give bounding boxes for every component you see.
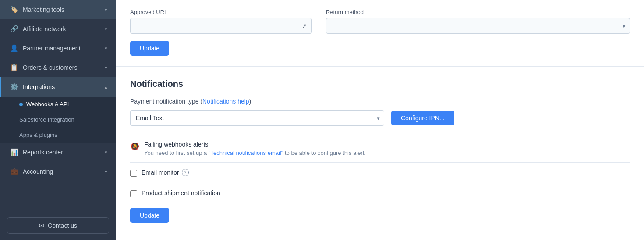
email-monitor-row: Email monitor ? (130, 163, 630, 183)
technical-notifications-link[interactable]: "Technical notifications email" (209, 150, 283, 156)
sub-item-label: Salesforce integration (19, 116, 74, 123)
sidebar: 🏷️ Marketing tools ▾ 🔗 Affiliate network… (0, 0, 116, 240)
product-shipment-checkbox[interactable] (130, 190, 137, 197)
contact-us-section: ✉ Contact us (0, 211, 116, 240)
partner-management-icon: 👤 (10, 44, 18, 52)
affiliate-network-icon: 🔗 (10, 25, 18, 33)
notification-type-row: Email Text IPN Both Configure IPN... (130, 110, 630, 126)
sidebar-item-marketing-tools[interactable]: 🏷️ Marketing tools ▾ (0, 0, 116, 19)
payment-notification-row: Payment notification type (Notifications… (130, 98, 630, 105)
failing-webhooks-title: Failing webhooks alerts (144, 141, 366, 148)
notifications-title: Notifications (130, 79, 630, 89)
update-button-2[interactable]: Update (130, 208, 169, 223)
email-monitor-checkbox[interactable] (130, 170, 137, 177)
chevron-down-icon: ▾ (105, 150, 107, 155)
notifications-help-link[interactable]: Notifications help (202, 98, 249, 105)
orders-icon: 📋 (10, 64, 18, 72)
sub-item-label: Apps & plugins (19, 132, 57, 138)
url-input-wrap: ↗ (130, 18, 312, 34)
sidebar-item-affiliate-network[interactable]: 🔗 Affiliate network ▾ (0, 19, 116, 39)
chevron-down-icon: ▾ (105, 7, 107, 13)
return-method-group: Return method Redirect POST (326, 9, 630, 34)
configure-ipn-button[interactable]: Configure IPN... (391, 111, 454, 125)
mail-icon: ✉ (39, 222, 44, 229)
product-shipment-content: Product shipment notification (142, 190, 220, 197)
approved-url-group: Approved URL ↗ (130, 9, 312, 34)
sidebar-item-apps-plugins[interactable]: Apps & plugins (0, 127, 116, 143)
contact-us-button[interactable]: ✉ Contact us (7, 217, 109, 234)
return-method-select[interactable]: Redirect POST (326, 18, 630, 34)
sidebar-item-label: Reports center (23, 149, 63, 156)
email-monitor-content: Email monitor ? (142, 169, 189, 176)
return-method-label: Return method (326, 9, 630, 15)
product-shipment-title: Product shipment notification (142, 190, 220, 197)
sidebar-item-label: Marketing tools (23, 6, 64, 13)
notifications-section: Notifications Payment notification type … (116, 67, 644, 235)
external-link-icon: ↗ (302, 22, 307, 29)
email-monitor-title: Email monitor ? (142, 169, 189, 176)
chevron-down-icon: ▾ (105, 26, 107, 32)
chevron-up-icon: ▴ (105, 84, 107, 90)
sidebar-item-label: Partner management (23, 45, 81, 52)
return-method-select-wrap: Redirect POST (326, 18, 630, 34)
chevron-down-icon: ▾ (105, 65, 107, 71)
integrations-submenu: Webhooks & API Salesforce integration Ap… (0, 97, 116, 143)
notification-type-select-wrap: Email Text IPN Both (130, 110, 384, 126)
sidebar-item-webhooks-api[interactable]: Webhooks & API (0, 97, 116, 112)
chevron-down-icon: ▾ (105, 169, 107, 175)
bell-slash-icon: 🔕 (130, 141, 140, 151)
approved-url-label: Approved URL (130, 9, 312, 15)
sidebar-item-reports-center[interactable]: 📊 Reports center ▾ (0, 143, 116, 162)
notification-type-select[interactable]: Email Text IPN Both (130, 110, 384, 126)
main-content: Approved URL ↗ Return method Redirect PO… (116, 0, 644, 240)
form-row: Approved URL ↗ Return method Redirect PO… (130, 9, 630, 34)
failing-webhooks-row: 🔕 Failing webhooks alerts You need to fi… (130, 135, 630, 163)
active-dot (19, 103, 23, 106)
chevron-down-icon: ▾ (105, 46, 107, 51)
failing-webhooks-content: Failing webhooks alerts You need to firs… (144, 141, 366, 156)
sidebar-item-label: Accounting (23, 168, 53, 175)
sidebar-item-label: Integrations (23, 83, 55, 90)
sidebar-item-label: Affiliate network (23, 25, 66, 32)
approved-url-input[interactable] (131, 18, 297, 33)
sidebar-item-partner-management[interactable]: 👤 Partner management ▾ (0, 39, 116, 58)
sub-item-label: Webhooks & API (26, 101, 69, 107)
reports-icon: 📊 (10, 148, 18, 156)
payment-notification-label: Payment notification type (Notifications… (130, 98, 251, 105)
help-icon[interactable]: ? (182, 169, 189, 176)
sidebar-item-integrations[interactable]: ⚙️ Integrations ▴ (0, 77, 116, 97)
integrations-icon: ⚙️ (10, 83, 18, 91)
accounting-icon: 💼 (10, 168, 18, 176)
update-button-1[interactable]: Update (130, 41, 169, 56)
sidebar-item-accounting[interactable]: 💼 Accounting ▾ (0, 162, 116, 181)
failing-webhooks-desc: You need to first set up a "Technical no… (144, 150, 366, 156)
approved-url-section: Approved URL ↗ Return method Redirect PO… (116, 0, 644, 67)
open-url-button[interactable]: ↗ (297, 19, 311, 33)
contact-us-label: Contact us (48, 222, 77, 229)
sidebar-item-orders-customers[interactable]: 📋 Orders & customers ▾ (0, 58, 116, 77)
marketing-tools-icon: 🏷️ (10, 6, 18, 14)
sidebar-item-salesforce-integration[interactable]: Salesforce integration (0, 112, 116, 127)
sidebar-item-label: Orders & customers (23, 64, 77, 71)
product-shipment-row: Product shipment notification (130, 183, 630, 204)
